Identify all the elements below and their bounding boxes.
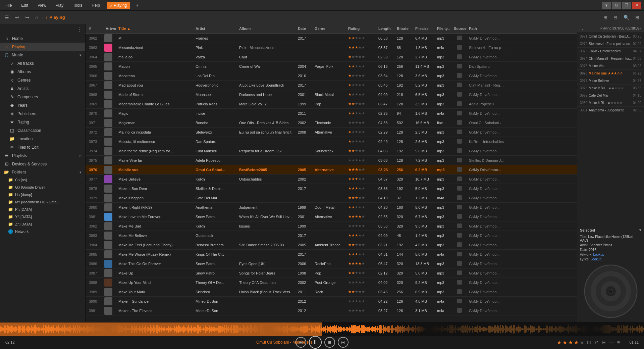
stop-button[interactable]: ⏹ xyxy=(324,337,335,348)
maximize-button[interactable]: ⊟ xyxy=(612,2,621,9)
sidebar-item-genres[interactable]: ♫ Genres xyxy=(0,76,85,84)
col-header-title[interactable]: Title ▲ xyxy=(116,27,194,31)
restore-button[interactable]: ❐ xyxy=(622,2,631,9)
queue-item[interactable]: 3976Mainile sus ★★★☆☆03:23 xyxy=(577,70,644,77)
track-row[interactable]: 3963 ♫ Missundaztood Pink Pink - Missund… xyxy=(86,43,577,52)
sidebar-group-music[interactable]: 🎵 Music ▾ xyxy=(0,51,85,59)
sidebar-item-composers[interactable]: ✎ Composers xyxy=(0,93,85,101)
track-row[interactable]: 3985 Make Me Worse (Muzzy Remix) Kings O… xyxy=(86,250,577,259)
menu-file[interactable]: File xyxy=(3,2,14,9)
queue-item[interactable]: 3975Maine Vin...03:08 xyxy=(577,62,644,70)
folder-h[interactable]: 📁 H:\ [dump] xyxy=(0,191,85,198)
track-row[interactable]: 3982 Make Me Bad KoRn Issues 1999 ★★★★★ … xyxy=(86,221,577,231)
menu-edit[interactable]: Edit xyxy=(18,2,31,9)
col-header-genre[interactable]: Genre xyxy=(313,27,346,31)
queue-item[interactable]: 3979Cafe Del Mar04:18 xyxy=(577,92,644,99)
sidebar-item-all-tracks[interactable]: ♪ All tracks xyxy=(0,59,85,67)
folder-c[interactable]: 📁 C:\ [os] xyxy=(0,176,85,184)
track-row[interactable]: 3979 Make it happen Cafe Del Mar ★★★★★ 0… xyxy=(86,193,577,203)
aspect-ratio-icon[interactable]: ⊡ xyxy=(587,340,591,345)
back-button[interactable]: ↩ xyxy=(13,13,21,21)
track-row[interactable]: 3978 Make It Bun Dem Skrillex & Dami... … xyxy=(86,184,577,193)
sidebar-group-folders[interactable]: 📂 Folders ▾ xyxy=(0,168,85,176)
folder-p[interactable]: 📁 P:\ [DATA] xyxy=(0,206,85,213)
folder-z[interactable]: 📁 Z:\ [DATA] xyxy=(0,220,85,228)
star-5[interactable]: ★ xyxy=(580,339,584,346)
queue-item[interactable]: 3981Anathema - Judgement02:55 xyxy=(577,107,644,114)
star-4[interactable]: ★ xyxy=(574,339,579,346)
next-button[interactable]: ⏭ xyxy=(338,337,348,348)
track-row[interactable]: 3977 ♫ Make Believe KoRn Untouchables 20… xyxy=(86,174,577,184)
track-row[interactable]: 3968 Made of Storm Moonspell Darkness an… xyxy=(86,90,577,99)
sidebar-item-files-to-edit[interactable]: ✏ Files to Edit xyxy=(0,143,85,151)
menu-toggle-button[interactable]: ☰ xyxy=(3,13,11,21)
track-row[interactable]: 3975 Maine Vine Iar Adela Popescu ★★★★★ … xyxy=(86,156,577,165)
track-row[interactable]: 3962 M Frames 2017 ★★★★★ 06:58 128 6.4 M… xyxy=(86,34,577,43)
add-tab-button[interactable]: + xyxy=(136,2,139,8)
sidebar-item-albums[interactable]: ◉ Albums xyxy=(0,67,85,76)
sidebar-item-classification[interactable]: ◫ Classification xyxy=(0,126,85,135)
settings-button[interactable]: ⊞ xyxy=(633,13,641,21)
track-row[interactable]: 3991 Maker - The Elevens MineurDuSon 201… xyxy=(86,306,577,315)
track-row[interactable]: 3971 Magicman Bonobo One Offs...Remixes … xyxy=(86,118,577,128)
playing-tab[interactable]: ♪ Playing xyxy=(107,2,130,9)
player-rating[interactable]: ★ ★ ★ ★ ★ xyxy=(557,339,584,346)
queue-item[interactable]: 3972Steleverzi - Eu nu pot sa sc...02:29 xyxy=(577,40,644,48)
col-header-album[interactable]: Album xyxy=(237,27,296,31)
pause-button[interactable]: ⏸ xyxy=(309,336,322,349)
track-row[interactable]: 3983 Make Me Believe Godsmack 2017 ★★★★★… xyxy=(86,231,577,240)
track-row[interactable]: 3969 Mademoiselle Chante Le Blues Patric… xyxy=(86,99,577,109)
folder-network[interactable]: 🌐 Network xyxy=(0,228,85,235)
folder-m[interactable]: 📁 M:\ [Macintosh HD - Data] xyxy=(0,198,85,206)
shuffle-icon[interactable]: ⇄ xyxy=(594,340,598,345)
queue-item[interactable]: 3980Make It Ri... ★☆☆☆☆04:20 xyxy=(577,99,644,107)
sidebar-item-home[interactable]: ⌂ Home xyxy=(0,34,85,43)
track-row[interactable]: 3990 Maker - Sundancer MineurDuSon 2012 … xyxy=(86,297,577,306)
forward-button[interactable]: ↪ xyxy=(23,13,31,21)
track-row[interactable]: 3989 Make Your Mark Skindred Union Black… xyxy=(86,287,577,297)
volume-icon[interactable]: — xyxy=(609,340,614,345)
queue-item[interactable]: 3978Make It Bu... ★★☆☆☆03:38 xyxy=(577,85,644,92)
cast-icon[interactable]: ⊟ xyxy=(602,340,606,345)
playing-queue[interactable]: 3971Omul Cu Sobolani - BestB...03:233972… xyxy=(577,33,644,225)
selected-expand-icon[interactable]: ▾ xyxy=(639,228,641,232)
queue-item[interactable]: 3974Clint Mansell - Requiem for...04:06 xyxy=(577,55,644,62)
col-header-artwork[interactable]: Artwork xyxy=(104,27,116,31)
track-table-body[interactable]: 3962 M Frames 2017 ★★★★★ 06:58 128 6.4 M… xyxy=(86,34,577,322)
col-header-artist[interactable]: Artist xyxy=(194,27,237,31)
sidebar-item-years[interactable]: ◆ Years xyxy=(0,101,85,109)
track-row[interactable]: 3986 ♫ Make This Go On Forever Snow Patr… xyxy=(86,259,577,268)
track-row[interactable]: 3973 Maicuta, iti multumesc Dan Spataru … xyxy=(86,137,577,146)
details-toggle-button[interactable]: ⊟ xyxy=(611,13,620,21)
star-1[interactable]: ★ xyxy=(557,339,561,346)
track-row[interactable]: 3966 Macarena Los Del Rio 2016 ★★★★★ 03:… xyxy=(86,71,577,81)
menu-help[interactable]: Help xyxy=(89,2,103,9)
col-header-filesize[interactable]: Filesize xyxy=(413,27,435,31)
folder-g[interactable]: 📁 G:\ [Google Drive] xyxy=(0,184,85,191)
star-2[interactable]: ★ xyxy=(562,339,567,346)
expand-icon[interactable]: ≡ xyxy=(617,340,620,345)
col-header-source[interactable]: Source xyxy=(452,27,467,31)
close-button[interactable]: ✕ xyxy=(632,2,641,9)
queue-item[interactable]: 3973KoRn - Untouchables04:37 xyxy=(577,48,644,55)
track-row[interactable]: 3974 Main theme remix (Requiem for ... C… xyxy=(86,146,577,156)
sidebar-item-devices[interactable]: ⊞ Devices & Services xyxy=(0,160,85,168)
track-row[interactable]: 3976 Mainile sus Omul Cu Sobol... BestBe… xyxy=(86,165,577,174)
track-row[interactable]: 3984 Make Me Feel (Featuring Dhany) Bena… xyxy=(86,240,577,250)
col-header-filetype[interactable]: File ty... xyxy=(435,27,452,31)
track-row[interactable]: 3988 ♫ Make Up Your Mind Theory Of A De.… xyxy=(86,278,577,287)
list-view-button[interactable]: ⊞ xyxy=(601,13,609,21)
track-row[interactable]: 3987 Make Up Snow Patrol Songs for Polar… xyxy=(86,268,577,278)
sidebar-item-playing[interactable]: ♪ Playing xyxy=(0,43,85,51)
sidebar-dots-icon[interactable]: ⋮ xyxy=(76,26,83,33)
sidebar-item-artists[interactable]: ♟ Artists xyxy=(0,84,85,93)
track-row[interactable]: 3970 Magic Incise 2011 ★★★★★ 02:25 94 1.… xyxy=(86,109,577,118)
menu-tools[interactable]: Tools xyxy=(70,2,85,9)
minimize-button[interactable]: ▼ xyxy=(602,2,611,9)
track-row[interactable]: 3972 Mai noi ca niciodata Steleverzi Eu … xyxy=(86,128,577,137)
track-row[interactable]: 3967 Mad about you Hooverphonic A Lot Li… xyxy=(86,81,577,90)
sidebar-item-rating[interactable]: ★ Rating xyxy=(0,118,85,126)
folder-y[interactable]: 📁 Y:\ [DATA] xyxy=(0,213,85,220)
sidebar-item-location[interactable]: 📁 Location xyxy=(0,135,85,143)
star-3[interactable]: ★ xyxy=(568,339,573,346)
